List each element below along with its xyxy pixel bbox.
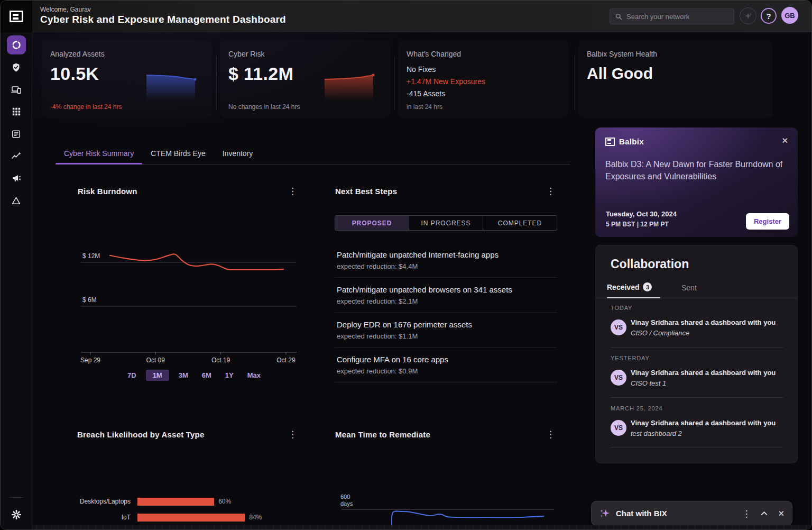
promo-title: Balbix D3: A New Dawn for Faster Burndow… (605, 158, 785, 182)
step-subtitle: expected reduction: $0.9M (337, 367, 555, 375)
analyzed-assets-sparkline (144, 70, 199, 103)
chat-menu-button[interactable]: ⋮ (742, 508, 751, 519)
balbix-logo-button[interactable] (1, 1, 32, 32)
chat-close-icon[interactable]: ✕ (778, 509, 785, 518)
tab-inventory[interactable]: Inventory (214, 144, 262, 164)
range-1m-button[interactable]: 1M (146, 370, 169, 381)
received-label: Received (607, 283, 639, 291)
network-search[interactable] (610, 8, 734, 24)
steps-list: Patch/mitigate unpatched Internet-facing… (335, 243, 557, 382)
sidebar-item-reports[interactable] (7, 124, 26, 143)
sidebar-item-dashboard[interactable] (7, 35, 26, 54)
collaboration-item[interactable]: VS Vinay Sridhara shared a dashboard wit… (611, 318, 783, 342)
next-best-steps-title: Next Best Steps (335, 187, 397, 196)
bar-value: 60% (218, 498, 231, 505)
chat-with-bix-bar[interactable]: Chat with BIX ⋮ ✕ (591, 501, 792, 526)
register-button[interactable]: Register (746, 213, 789, 230)
promo-time: 5 PM BST | 12 PM PT (606, 221, 669, 228)
clipped-content-strip (32, 525, 811, 529)
group-date: TODAY (611, 305, 632, 311)
help-button[interactable]: ? (761, 8, 777, 24)
chat-collapse-button[interactable] (760, 509, 768, 517)
promo-brand: Balbix (605, 137, 644, 146)
step-title: Patch/mitigate unpatched browsers on 341… (337, 285, 555, 294)
stat-label: Balbix System Health (587, 50, 657, 58)
avatar: VS (611, 319, 626, 335)
stat-divider (394, 56, 395, 110)
app-window: Welcome, Gaurav Cyber Risk and Exposure … (0, 0, 812, 530)
balbix-d3-promo-card: Balbix ✕ Balbix D3: A New Dawn for Faste… (595, 127, 798, 237)
sidebar-item-issues[interactable] (7, 191, 26, 210)
step-item[interactable]: Patch/mitigate unpatched browsers on 341… (335, 278, 557, 313)
tab-sent[interactable]: Sent (681, 284, 697, 292)
tab-in-progress[interactable]: IN PROGRESS (409, 216, 483, 230)
bar-label: Desktops/Laptops (56, 498, 137, 505)
sidebar-item-settings[interactable] (7, 505, 26, 524)
megaphone-icon (11, 173, 22, 184)
svg-text:$ 6M: $ 6M (82, 296, 97, 304)
svg-text:$ 12M: $ 12M (82, 252, 100, 260)
step-item[interactable]: Deploy EDR on 1676 perimeter assets expe… (335, 313, 557, 348)
range-3m-button[interactable]: 3M (174, 370, 192, 381)
left-nav-sidebar (1, 32, 32, 529)
grid-icon (12, 107, 21, 116)
bix-sparkles-icon (599, 508, 611, 519)
avatar: VS (611, 370, 626, 386)
range-max-button[interactable]: Max (243, 370, 265, 381)
sidebar-item-trends[interactable] (7, 147, 26, 166)
dashboard-icon (11, 40, 22, 50)
sidebar-item-announcements[interactable] (7, 169, 26, 188)
shield-check-icon (11, 62, 21, 72)
mttr-menu-button[interactable]: ⋮ (546, 430, 555, 439)
stat-value: 10.5K (50, 63, 99, 84)
next-best-steps-menu-button[interactable]: ⋮ (546, 187, 555, 196)
question-mark-icon: ? (766, 12, 771, 21)
sidebar-item-apps-grid[interactable] (7, 102, 26, 121)
range-7d-button[interactable]: 7D (123, 370, 141, 381)
bar-fill (137, 498, 214, 506)
steps-status-tabs: PROPOSED IN PROGRESS COMPLETED (335, 215, 557, 231)
svg-text:Oct 09: Oct 09 (146, 357, 165, 364)
share-text: Vinay Sridhara shared a dashboard with y… (631, 419, 776, 427)
ai-assist-button[interactable] (740, 7, 756, 24)
promo-close-icon[interactable]: ✕ (781, 136, 788, 145)
risk-burndown-menu-button[interactable]: ⋮ (288, 187, 297, 196)
collaboration-title: Collaboration (611, 257, 689, 271)
avatar-initials: GB (785, 12, 795, 20)
page-title: Cyber Risk and Exposure Management Dashb… (40, 14, 286, 25)
sidebar-item-assets-devices[interactable] (7, 80, 26, 99)
report-list-icon (11, 129, 21, 139)
welcome-text: Welcome, Gaurav (40, 6, 91, 13)
tab-cyber-risk-summary[interactable]: Cyber Risk Summary (56, 144, 142, 164)
step-item[interactable]: Configure MFA on 16 core apps expected r… (335, 348, 557, 382)
avatar: VS (611, 420, 626, 436)
svg-text:Oct 29: Oct 29 (276, 357, 296, 364)
search-input[interactable] (626, 13, 728, 21)
dashboard-name: test dashboard 2 (631, 430, 682, 437)
stat-system-health: Balbix System Health All Good (578, 40, 773, 118)
triangle-icon (11, 196, 21, 206)
range-1y-button[interactable]: 1Y (221, 370, 238, 381)
tab-received[interactable]: Received 3 (607, 282, 652, 291)
user-avatar[interactable]: GB (781, 7, 798, 24)
share-text: Vinay Sridhara shared a dashboard with y… (631, 318, 776, 326)
step-item[interactable]: Patch/mitigate unpatched Internet-facing… (335, 243, 557, 278)
step-title: Deploy EDR on 1676 perimeter assets (337, 320, 555, 329)
sidebar-item-security-posture[interactable] (7, 58, 26, 77)
whats-changed-line-3: -415 Assets (407, 89, 445, 98)
received-count-badge: 3 (643, 282, 652, 291)
breach-likelihood-menu-button[interactable]: ⋮ (288, 430, 297, 439)
tab-completed[interactable]: COMPLETED (483, 216, 557, 230)
bar-row-desktops-laptops[interactable]: Desktops/Laptops60% (56, 497, 231, 506)
range-6m-button[interactable]: 6M (198, 370, 216, 381)
collaboration-item[interactable]: VS Vinay Sridhara shared a dashboard wit… (611, 369, 783, 392)
chevron-up-icon (760, 509, 768, 517)
tab-ctem-birds-eye[interactable]: CTEM Birds Eye (142, 144, 214, 164)
collaboration-item[interactable]: VS Vinay Sridhara shared a dashboard wit… (611, 419, 783, 442)
tab-proposed[interactable]: PROPOSED (335, 216, 409, 230)
step-title: Patch/mitigate unpatched Internet-facing… (337, 250, 555, 259)
whats-changed-line-2: +1.47M New Exposures (407, 77, 485, 86)
balbix-logo-icon (10, 11, 23, 22)
mttr-title: Mean Time to Remediate (335, 430, 430, 439)
bar-row-iot[interactable]: IoT84% (56, 513, 262, 522)
